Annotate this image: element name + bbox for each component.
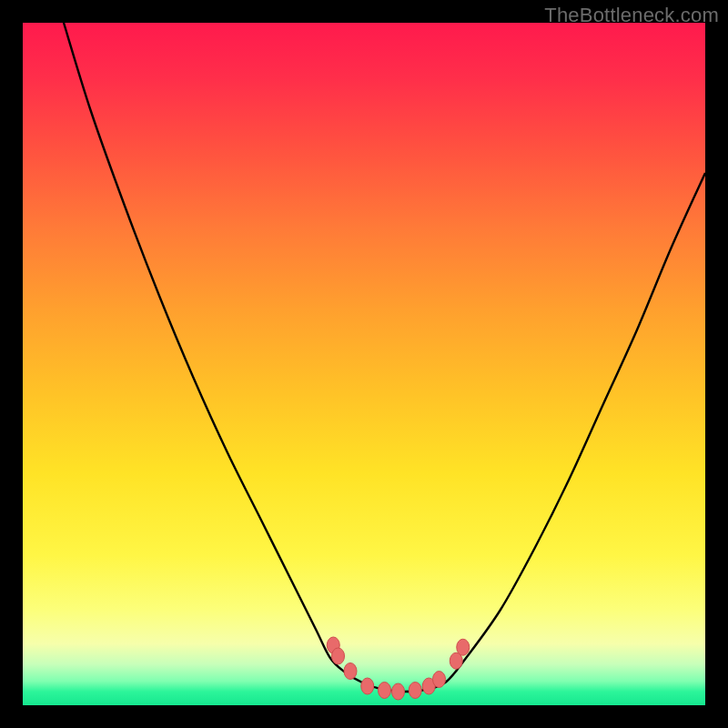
curve-markers: [327, 637, 470, 700]
watermark-text: TheBottleneck.com: [544, 4, 719, 27]
marker-dot: [332, 648, 345, 664]
marker-dot: [409, 682, 421, 699]
marker-dot: [457, 639, 470, 655]
chart-frame: TheBottleneck.com: [0, 0, 728, 728]
bottleneck-curve: [23, 23, 705, 705]
marker-dot: [379, 682, 391, 699]
marker-dot: [344, 663, 357, 680]
plot-area: [23, 23, 705, 705]
marker-dot: [392, 683, 405, 700]
curve-path: [64, 23, 705, 692]
marker-dot: [361, 678, 374, 694]
marker-dot: [433, 672, 446, 688]
